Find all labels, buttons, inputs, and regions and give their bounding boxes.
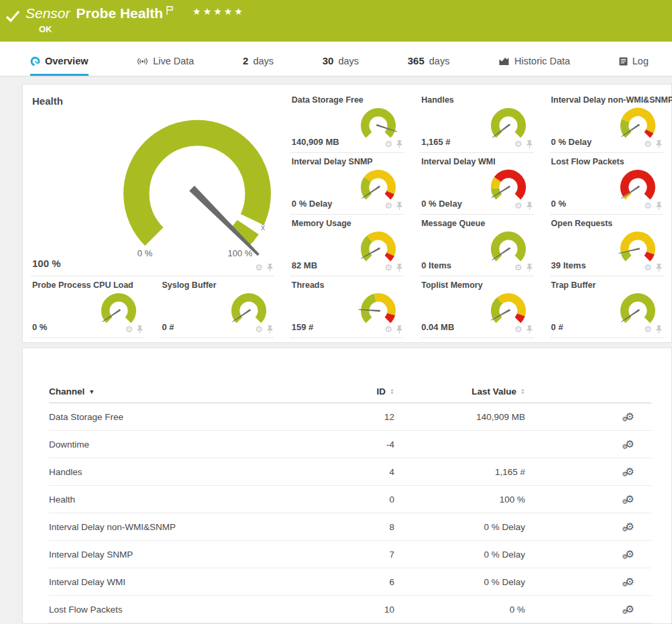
gauge-cell-probe-process-cpu-load: Probe Process CPU Load0 %⚙ — [31, 276, 144, 338]
pin-icon[interactable] — [656, 325, 662, 333]
channel-row[interactable]: Data Storage Free12140,909 MB⚙⚙ — [49, 403, 651, 431]
channel-row[interactable]: Lost Flow Packets100 %⚙⚙ — [49, 596, 651, 623]
channel-settings-icon[interactable]: ⚙⚙ — [626, 576, 651, 587]
live-data-icon — [137, 56, 148, 66]
channel-settings-icon[interactable]: ⚙⚙ — [626, 549, 651, 560]
channel-row[interactable]: Handles41,165 #⚙⚙ — [49, 458, 651, 486]
channel-name: Interval Delay non-WMI&SNMP — [49, 522, 331, 532]
tab-live-data[interactable]: Live Data — [137, 56, 194, 76]
id-header-label: ID — [377, 386, 386, 397]
gear-icon[interactable]: ⚙ — [644, 263, 652, 272]
pin-icon[interactable] — [526, 140, 533, 148]
gear-icon[interactable]: ⚙ — [385, 140, 393, 148]
priority-stars[interactable]: ★★★★★ — [192, 6, 245, 17]
channel-id: 0 — [331, 495, 394, 505]
column-header-id[interactable]: ID ▲▼ — [331, 386, 394, 397]
gauge-value: 0 % Delay — [421, 199, 462, 209]
gear-icon[interactable]: ⚙ — [644, 325, 652, 333]
average-marker-label: x̄ — [261, 223, 265, 232]
gear-icon[interactable]: ⚙ — [514, 140, 522, 148]
tab-30-days[interactable]: 30days — [323, 55, 359, 76]
gear-icon[interactable]: ⚙ — [514, 201, 522, 210]
last-value-header-label: Last Value — [471, 386, 516, 397]
gear-icon[interactable]: ⚙ — [514, 325, 522, 333]
gauge-min-label: 0 % — [126, 248, 164, 258]
gauge-value: 0 % — [551, 199, 566, 209]
channel-id: -4 — [331, 439, 394, 450]
pin-icon[interactable] — [137, 325, 143, 333]
channel-row[interactable]: Interval Delay non-WMI&SNMP80 % Delay⚙⚙ — [49, 513, 651, 541]
sort-toggle-icon: ▲▼ — [520, 388, 525, 395]
gauge-title: Data Storage Free — [292, 95, 363, 105]
gear-icon[interactable]: ⚙ — [125, 325, 133, 333]
tab-historic-data[interactable]: Historic Data — [498, 56, 570, 76]
gauge-cell-toplist-memory: Toplist Memory0.04 MB⚙ — [420, 276, 533, 338]
pin-icon[interactable] — [396, 264, 402, 272]
pin-icon[interactable] — [656, 264, 662, 272]
channel-row[interactable]: Interval Delay WMI60 % Delay⚙⚙ — [49, 568, 651, 596]
flag-icon[interactable] — [166, 5, 174, 17]
gauge-cell-threads: Threads159 #⚙ — [290, 276, 404, 338]
tab-label: Live Data — [153, 56, 194, 66]
column-header-last-value[interactable]: Last Value ▲▼ — [394, 386, 525, 397]
pin-icon[interactable] — [396, 202, 402, 210]
tab-2-days[interactable]: 2days — [243, 55, 274, 76]
channel-name: Handles — [49, 467, 331, 477]
pin-icon[interactable] — [526, 202, 533, 210]
channel-settings-icon[interactable]: ⚙⚙ — [626, 494, 651, 505]
gauge-cell-health: Health 0 % 100 % x̄ 100 % ⚙ — [31, 91, 274, 276]
status-check-icon — [5, 9, 20, 26]
tab-overview[interactable]: Overview — [30, 56, 89, 76]
log-icon — [619, 57, 628, 66]
tab-number: 30 — [323, 55, 334, 66]
channel-name: Health — [49, 495, 331, 505]
gauge-title: Trap Buffer — [551, 280, 596, 290]
gauge-cell-trap-buffer: Trap Buffer0 #⚙ — [550, 276, 663, 338]
pin-icon[interactable] — [526, 264, 533, 272]
pin-icon[interactable] — [656, 140, 662, 148]
channel-id: 8 — [331, 522, 394, 532]
channel-settings-icon[interactable]: ⚙⚙ — [626, 521, 651, 532]
tab-label: Log — [632, 56, 649, 66]
channel-name: Interval Delay SNMP — [49, 550, 331, 560]
gear-icon[interactable]: ⚙ — [385, 201, 393, 210]
gear-icon[interactable]: ⚙ — [385, 325, 393, 333]
channel-settings-icon[interactable]: ⚙⚙ — [626, 439, 651, 450]
gauge-cell-interval-delay-wmi: Interval Delay WMI0 % Delay⚙ — [420, 153, 533, 215]
channel-id: 12 — [331, 412, 394, 422]
gauge-cell-interval-delay-snmp: Interval Delay SNMP0 % Delay⚙ — [290, 153, 404, 215]
channels-panel: Channel ▼ ID ▲▼ Last Value ▲▼ Data Stora… — [22, 348, 672, 624]
gear-icon[interactable]: ⚙ — [644, 140, 652, 148]
gauge-value: 1,165 # — [421, 137, 450, 147]
gauge-value: 82 MB — [292, 260, 317, 270]
gauge-title: Threads — [292, 280, 325, 290]
pin-icon[interactable] — [396, 325, 402, 333]
column-header-channel[interactable]: Channel ▼ — [49, 386, 331, 397]
channel-id: 4 — [331, 467, 394, 477]
gauge-value: 0 % — [32, 322, 47, 332]
gear-icon[interactable]: ⚙ — [255, 325, 263, 333]
gear-icon[interactable]: ⚙ — [644, 201, 652, 210]
tab-log[interactable]: Log — [619, 56, 649, 76]
channel-row[interactable]: Downtime-4⚙⚙ — [49, 431, 651, 458]
channel-row[interactable]: Interval Delay SNMP70 % Delay⚙⚙ — [49, 541, 651, 568]
pin-icon[interactable] — [267, 325, 273, 333]
channel-name: Data Storage Free — [49, 412, 331, 422]
gear-icon[interactable]: ⚙ — [514, 263, 522, 272]
channel-settings-icon[interactable]: ⚙⚙ — [626, 466, 651, 477]
gauge-title: Health — [32, 95, 63, 107]
channel-settings-icon[interactable]: ⚙⚙ — [626, 411, 651, 422]
channel-row[interactable]: Health0100 %⚙⚙ — [49, 486, 651, 513]
pin-icon[interactable] — [267, 264, 273, 272]
pin-icon[interactable] — [396, 140, 402, 148]
tab-bar: OverviewLive Data2days30days365daysHisto… — [0, 42, 672, 76]
channel-settings-icon[interactable]: ⚙⚙ — [626, 604, 651, 615]
gauge-value: 159 # — [292, 322, 314, 332]
channel-name: Interval Delay WMI — [49, 577, 331, 587]
tab-label: days — [338, 56, 359, 66]
gear-icon[interactable]: ⚙ — [385, 263, 393, 272]
pin-icon[interactable] — [526, 325, 533, 333]
pin-icon[interactable] — [656, 202, 662, 210]
tab-365-days[interactable]: 365days — [408, 55, 450, 76]
gear-icon[interactable]: ⚙ — [255, 263, 263, 272]
